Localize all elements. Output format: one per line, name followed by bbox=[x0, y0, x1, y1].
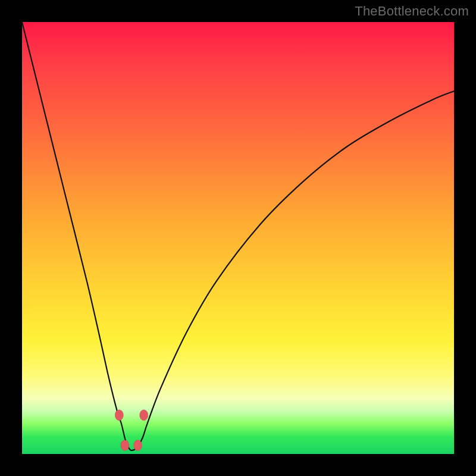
curve-marker bbox=[140, 410, 148, 421]
chart-frame: TheBottleneck.com bbox=[0, 0, 476, 476]
curve-marker bbox=[121, 440, 129, 451]
curve-markers bbox=[115, 410, 148, 451]
bottleneck-curve bbox=[22, 22, 454, 450]
curve-svg bbox=[22, 22, 454, 454]
curve-marker bbox=[115, 410, 123, 421]
curve-marker bbox=[134, 440, 142, 451]
plot-area bbox=[22, 22, 454, 454]
watermark-text: TheBottleneck.com bbox=[355, 4, 469, 19]
